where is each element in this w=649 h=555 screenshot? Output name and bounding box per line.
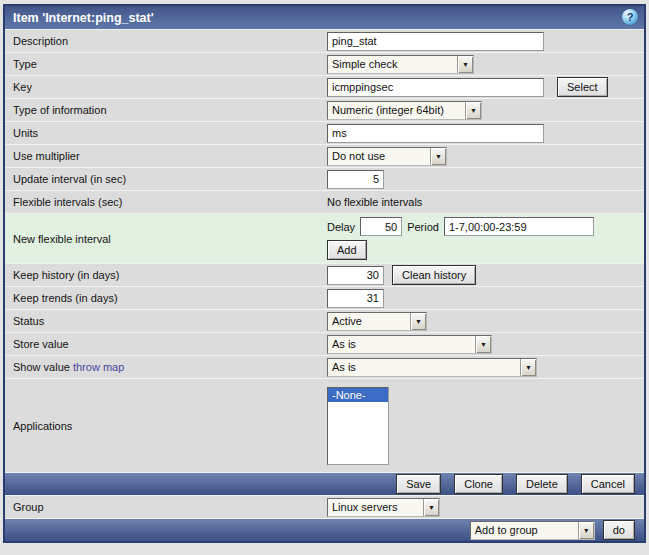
row-show-value: Show value throw map As is ▼: [5, 355, 644, 378]
page-title: Item 'Internet:ping_stat': [13, 11, 154, 25]
description-label: Description: [5, 35, 327, 47]
update-interval-input[interactable]: [327, 170, 384, 189]
show-value-select[interactable]: As is ▼: [327, 358, 537, 377]
key-select-button[interactable]: Select: [557, 77, 608, 97]
row-group: Group Linux servers ▼: [5, 495, 644, 518]
row-flexible-intervals: Flexible intervals (sec) No flexible int…: [5, 190, 644, 213]
keep-history-input[interactable]: [327, 266, 384, 285]
applications-label: Applications: [5, 420, 327, 432]
row-status: Status Active ▼: [5, 309, 644, 332]
chevron-down-icon: ▼: [475, 336, 491, 353]
keep-trends-label: Keep trends (in days): [5, 292, 327, 304]
key-label: Key: [5, 81, 327, 93]
period-label: Period: [407, 221, 439, 233]
row-store-value: Store value As is ▼: [5, 332, 644, 355]
chevron-down-icon: ▼: [457, 56, 473, 73]
applications-option-none[interactable]: -None-: [328, 388, 388, 402]
use-multiplier-select[interactable]: Do not use ▼: [327, 147, 447, 166]
key-input[interactable]: [327, 78, 544, 97]
row-use-multiplier: Use multiplier Do not use ▼: [5, 144, 644, 167]
type-select[interactable]: Simple check ▼: [327, 55, 474, 74]
group-action-select-value: Add to group: [471, 522, 578, 539]
delete-button[interactable]: Delete: [516, 474, 568, 494]
store-value-select[interactable]: As is ▼: [327, 335, 492, 354]
save-button[interactable]: Save: [396, 474, 441, 494]
add-button[interactable]: Add: [327, 240, 367, 260]
period-input[interactable]: [444, 217, 594, 236]
status-select-value: Active: [328, 313, 410, 330]
row-type: Type Simple check ▼: [5, 52, 644, 75]
use-multiplier-label: Use multiplier: [5, 150, 327, 162]
type-select-value: Simple check: [328, 56, 457, 73]
row-applications: Applications -None-: [5, 378, 644, 472]
show-value-label: Show value throw map: [5, 361, 327, 373]
throw-map-link[interactable]: throw map: [73, 361, 124, 373]
flexible-intervals-label: Flexible intervals (sec): [5, 196, 327, 208]
delay-label: Delay: [327, 221, 355, 233]
keep-trends-input[interactable]: [327, 289, 384, 308]
description-input[interactable]: [327, 32, 544, 51]
row-units: Units: [5, 121, 644, 144]
chevron-down-icon: ▼: [520, 359, 536, 376]
store-value-label: Store value: [5, 338, 327, 350]
type-of-information-label: Type of information: [5, 104, 327, 116]
row-update-interval: Update interval (in sec): [5, 167, 644, 190]
footer-bar: Add to group ▼ do: [5, 518, 644, 541]
row-type-of-information: Type of information Numeric (integer 64b…: [5, 98, 644, 121]
help-icon[interactable]: ?: [622, 9, 638, 25]
use-multiplier-select-value: Do not use: [328, 148, 430, 165]
clean-history-button[interactable]: Clean history: [392, 265, 476, 285]
delay-input[interactable]: [360, 217, 402, 236]
action-bar: Save Clone Delete Cancel: [5, 472, 644, 495]
store-value-select-value: As is: [328, 336, 475, 353]
status-select[interactable]: Active ▼: [327, 312, 427, 331]
chevron-down-icon: ▼: [423, 499, 439, 516]
cancel-button[interactable]: Cancel: [581, 474, 635, 494]
status-label: Status: [5, 315, 327, 327]
chevron-down-icon: ▼: [465, 102, 481, 119]
applications-listbox[interactable]: -None-: [327, 387, 389, 465]
units-label: Units: [5, 127, 327, 139]
row-key: Key Select: [5, 75, 644, 98]
do-button[interactable]: do: [603, 520, 635, 540]
clone-button[interactable]: Clone: [454, 474, 503, 494]
type-of-information-select[interactable]: Numeric (integer 64bit) ▼: [327, 101, 482, 120]
group-action-select[interactable]: Add to group ▼: [470, 521, 595, 540]
new-flexible-interval-label: New flexible interval: [5, 233, 327, 245]
chevron-down-icon: ▼: [410, 313, 426, 330]
show-value-label-text: Show value: [13, 361, 70, 373]
row-keep-trends: Keep trends (in days): [5, 286, 644, 309]
update-interval-label: Update interval (in sec): [5, 173, 327, 185]
chevron-down-icon: ▼: [578, 522, 594, 539]
row-new-flexible-interval: New flexible interval Delay Period Add: [5, 213, 644, 263]
row-description: Description: [5, 29, 644, 52]
title-bar: Item 'Internet:ping_stat' ?: [5, 6, 644, 29]
flexible-intervals-value: No flexible intervals: [327, 196, 422, 208]
units-input[interactable]: [327, 124, 544, 143]
group-select[interactable]: Linux servers ▼: [327, 498, 440, 517]
row-keep-history: Keep history (in days) Clean history: [5, 263, 644, 286]
chevron-down-icon: ▼: [430, 148, 446, 165]
group-select-value: Linux servers: [328, 499, 423, 516]
keep-history-label: Keep history (in days): [5, 269, 327, 281]
item-config-form: Item 'Internet:ping_stat' ? Description …: [3, 4, 646, 543]
group-label: Group: [5, 501, 327, 513]
type-of-information-select-value: Numeric (integer 64bit): [328, 102, 465, 119]
type-label: Type: [5, 58, 327, 70]
show-value-select-value: As is: [328, 359, 520, 376]
